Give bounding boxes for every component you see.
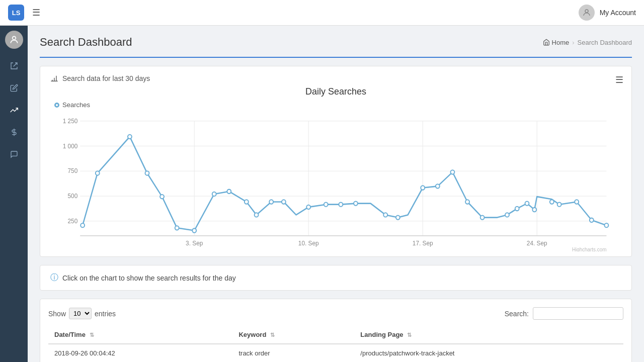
breadcrumb-current: Search Dashboard	[578, 39, 632, 46]
table-section: Show 10 25 50 entries Search: Date/Time …	[40, 299, 632, 362]
sort-icon-keyword: ⇅	[270, 332, 275, 338]
chart-point	[128, 135, 132, 139]
chart-point	[450, 170, 454, 174]
svg-text:750: 750	[68, 167, 78, 174]
sidebar-item-comments[interactable]	[3, 144, 25, 164]
sidebar	[0, 26, 28, 362]
chart-point	[324, 203, 328, 207]
chart-point	[525, 201, 529, 205]
hamburger-icon[interactable]: ☰	[32, 7, 40, 18]
svg-line-2	[13, 63, 17, 66]
chart-attribution: Highcharts.com	[572, 247, 606, 251]
cell-keyword: track order	[232, 344, 354, 362]
topbar-left: LS ☰	[8, 5, 40, 21]
svg-text:1 000: 1 000	[63, 142, 78, 149]
chart-point	[550, 200, 554, 204]
legend-dot	[54, 103, 59, 108]
page-title: Search Dashboard	[40, 36, 132, 49]
cell-datetime: 2018-09-26 00:04:42	[48, 344, 232, 362]
chart-card: Search data for last 30 days Daily Searc…	[40, 66, 632, 257]
chart-title: Daily Searches	[50, 86, 621, 97]
chart-point	[532, 208, 536, 212]
chart-point	[383, 213, 387, 217]
svg-text:24. Sep: 24. Sep	[527, 239, 547, 246]
sidebar-item-share[interactable]	[3, 56, 25, 76]
chart-section-label: Search data for last 30 days	[62, 74, 150, 82]
svg-point-1	[12, 36, 16, 40]
page-header: Search Dashboard Home › Search Dashboard	[40, 36, 632, 49]
title-separator	[40, 57, 632, 58]
results-table: Date/Time ⇅ Keyword ⇅ Landing Page ⇅ 201…	[48, 326, 623, 362]
chart-point	[604, 223, 608, 227]
chart-line	[83, 137, 606, 231]
table-search-input[interactable]	[533, 307, 623, 320]
col-datetime[interactable]: Date/Time ⇅	[48, 326, 232, 344]
chart-point	[255, 213, 259, 217]
chart-container[interactable]: 1 250 1 000 750 500 250 3. Sep 10. Sep 1…	[50, 111, 621, 251]
account-avatar-icon	[579, 5, 595, 21]
sidebar-item-dollar[interactable]	[3, 122, 25, 142]
my-account-label[interactable]: My Account	[600, 9, 636, 17]
chart-point	[175, 226, 179, 230]
cell-landing: /products/patchwork-track-jacket	[354, 344, 623, 362]
show-label: Show	[48, 310, 66, 318]
svg-text:10. Sep: 10. Sep	[298, 239, 319, 246]
sidebar-item-analytics[interactable]	[3, 100, 25, 120]
chart-point	[160, 195, 164, 199]
chart-point	[306, 205, 310, 209]
chart-point	[339, 203, 343, 207]
table-row: 2018-09-26 00:04:42 track order /product…	[48, 344, 623, 362]
chart-point	[80, 223, 85, 227]
chart-point	[505, 213, 509, 217]
sort-icon-landing: ⇅	[407, 332, 412, 338]
chart-point	[396, 215, 400, 219]
chart-menu-icon[interactable]: ☰	[615, 74, 623, 85]
svg-text:17. Sep: 17. Sep	[413, 239, 433, 246]
chart-point	[96, 171, 100, 175]
info-text: Click on the chart to show the search re…	[62, 274, 236, 282]
breadcrumb-home[interactable]: Home	[543, 39, 570, 46]
info-icon: ⓘ	[50, 273, 58, 283]
search-label: Search:	[505, 310, 529, 318]
chart-point	[282, 200, 286, 204]
topbar-right: My Account	[579, 5, 636, 21]
svg-text:3. Sep: 3. Sep	[186, 239, 203, 246]
entries-select[interactable]: 10 25 50	[69, 308, 92, 319]
chart-point	[212, 192, 216, 196]
line-chart[interactable]: 1 250 1 000 750 500 250 3. Sep 10. Sep 1…	[50, 111, 621, 251]
chart-point	[575, 200, 579, 204]
chart-point	[269, 200, 273, 204]
chart-point	[480, 215, 485, 219]
topbar: LS ☰ My Account	[0, 0, 644, 26]
logo: LS	[8, 5, 24, 21]
chart-point	[354, 201, 358, 205]
bar-chart-icon	[50, 74, 58, 82]
chart-point	[465, 200, 469, 204]
breadcrumb-separator: ›	[572, 39, 574, 46]
svg-point-0	[585, 10, 588, 13]
home-icon	[543, 39, 550, 46]
breadcrumb: Home › Search Dashboard	[543, 39, 632, 46]
main-content: Search Dashboard Home › Search Dashboard…	[28, 26, 644, 362]
chart-point	[590, 218, 594, 222]
sidebar-item-edit[interactable]	[3, 78, 25, 98]
show-entries-control: Show 10 25 50 entries	[48, 308, 116, 319]
chart-point	[227, 190, 231, 194]
table-search-control: Search:	[505, 307, 623, 320]
svg-text:500: 500	[68, 193, 78, 200]
chart-legend: Searches	[54, 101, 621, 109]
info-bar: ⓘ Click on the chart to show the search …	[40, 265, 632, 291]
chart-point	[192, 228, 196, 232]
chart-point	[515, 207, 519, 211]
col-keyword[interactable]: Keyword ⇅	[232, 326, 354, 344]
chart-point	[145, 171, 149, 175]
sort-icon-datetime: ⇅	[90, 332, 94, 338]
chart-point	[245, 200, 249, 204]
chart-section-header: Search data for last 30 days	[50, 74, 621, 82]
svg-text:1 250: 1 250	[63, 118, 78, 125]
entries-label: entries	[95, 310, 116, 318]
chart-point	[421, 186, 425, 190]
table-controls: Show 10 25 50 entries Search:	[48, 307, 623, 320]
col-landing-page[interactable]: Landing Page ⇅	[354, 326, 623, 344]
chart-point	[436, 184, 440, 188]
